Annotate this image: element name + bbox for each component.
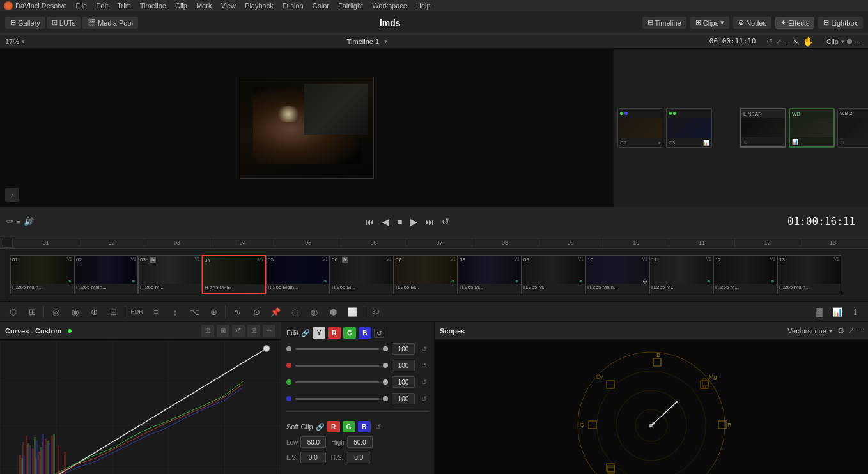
blue-reset-button[interactable]: ↺: [419, 394, 429, 404]
scope-type-selector[interactable]: Vectorscope ▾: [787, 327, 832, 335]
menu-item-help[interactable]: Help: [416, 2, 431, 10]
hdr-tool-icon[interactable]: HDR: [129, 304, 144, 319]
low-value[interactable]: 50.0: [300, 436, 326, 448]
brush-tool-icon[interactable]: ⬢: [325, 304, 341, 319]
select-tool-icon[interactable]: ⊙: [249, 304, 264, 319]
node-wb[interactable]: WB 📊: [789, 108, 835, 148]
clip-08[interactable]: 08 V1 H.265 M... ⚭: [458, 255, 522, 294]
node-wb2[interactable]: WB 2 ⊙: [837, 108, 868, 148]
menu-item-davinci[interactable]: DaVinci Resolve: [15, 2, 67, 10]
go-to-start-button[interactable]: ⏮: [366, 217, 375, 227]
menu-item-clip[interactable]: Clip: [175, 2, 187, 10]
luts-button[interactable]: ⊡ LUTs: [47, 17, 81, 29]
edit-reset-button[interactable]: ↺: [374, 328, 384, 338]
white-slider-handle[interactable]: [383, 346, 388, 351]
menu-item-timeline[interactable]: Timeline: [140, 2, 166, 10]
refresh-icon[interactable]: ↺: [766, 37, 773, 46]
blue-value-box[interactable]: 100: [392, 393, 415, 404]
scope-settings-icon[interactable]: ⚙: [837, 326, 845, 335]
menu-item-trim[interactable]: Trim: [117, 2, 131, 10]
hs-value[interactable]: 0.0: [346, 452, 371, 463]
menu-item-workspace[interactable]: Workspace: [372, 2, 407, 10]
stop-button[interactable]: ■: [397, 217, 402, 227]
fullscreen-icon[interactable]: ⤢: [775, 37, 782, 46]
clip-04[interactable]: 04 V1 H.265 Main...: [202, 255, 266, 294]
audio-tool-icon[interactable]: ♪: [5, 188, 19, 202]
curves-grid-button[interactable]: ⊞: [217, 325, 229, 337]
channel-b-button[interactable]: B: [359, 327, 371, 339]
curves-resize-button[interactable]: ⊡: [201, 325, 214, 337]
step-back-button[interactable]: ◀: [382, 217, 389, 227]
menu-item-fairlight[interactable]: Fairlight: [338, 2, 363, 10]
clips-button[interactable]: ⊞ Clips ▾: [690, 17, 729, 29]
menu-item-fusion[interactable]: Fusion: [283, 2, 304, 10]
white-value-box[interactable]: 100: [392, 343, 415, 355]
clip-11[interactable]: 11 V1 H.265 M... ⚭: [649, 255, 713, 294]
layers-icon[interactable]: ≡: [16, 217, 21, 226]
fill-tool-icon[interactable]: ◍: [306, 304, 322, 319]
hand-tool-icon[interactable]: ✋: [803, 36, 814, 47]
zoom-dropdown-icon[interactable]: ▾: [22, 38, 25, 45]
clip-01[interactable]: 01 V1 H.265 Main... ⚭: [10, 255, 74, 294]
channel-y-button[interactable]: Y: [313, 327, 325, 339]
grid2-tool-icon[interactable]: ⊟: [105, 304, 121, 319]
curves-refresh-button[interactable]: ↺: [232, 325, 245, 337]
clip-13[interactable]: 13 V1 H.265 Main...: [777, 255, 841, 294]
nodes-button[interactable]: ⊛ Nodes: [733, 17, 771, 29]
warp-tool-icon[interactable]: ⌥: [187, 304, 202, 319]
white-reset-button[interactable]: ↺: [419, 344, 429, 354]
scope-type-dropdown-icon[interactable]: ▾: [829, 328, 832, 334]
clip-dropdown-icon[interactable]: ▾: [841, 38, 844, 45]
mask-tool-icon[interactable]: ◌: [287, 304, 302, 319]
go-to-end-button[interactable]: ⏭: [425, 217, 434, 227]
pointer-tool-icon[interactable]: ↖: [793, 36, 800, 47]
target-tool-icon[interactable]: ⊛: [206, 304, 221, 319]
clip-10[interactable]: 10 V1 H.265 Main... ⚙: [585, 255, 649, 294]
pin-tool-icon[interactable]: 📌: [268, 304, 283, 319]
channel-r-button[interactable]: R: [328, 327, 341, 339]
chart-tool-icon[interactable]: 📊: [830, 304, 845, 319]
timeline-button[interactable]: ⊟ Timeline: [642, 17, 686, 29]
clip-05[interactable]: 05 V1 H.265 Main... ⚭: [266, 255, 330, 294]
curves-more-button[interactable]: ···: [263, 325, 275, 337]
scope-resize-icon[interactable]: ⤢: [848, 326, 855, 335]
bars-tool-icon[interactable]: ≡: [148, 304, 164, 319]
curve-tool-icon[interactable]: ∿: [229, 304, 245, 319]
ls-value[interactable]: 0.0: [300, 452, 326, 463]
menu-item-edit[interactable]: Edit: [96, 2, 108, 10]
timeline-dropdown-icon[interactable]: ▾: [384, 38, 387, 45]
menu-item-view[interactable]: View: [221, 2, 236, 10]
menu-item-mark[interactable]: Mark: [196, 2, 212, 10]
square-mask-icon[interactable]: ⬜: [345, 304, 360, 319]
green-value-box[interactable]: 100: [392, 376, 415, 388]
soft-clip-link-icon[interactable]: 🔗: [316, 423, 325, 431]
zoom-control[interactable]: 17% ▾: [0, 38, 30, 45]
gallery-button[interactable]: ⊞ Gallery: [5, 17, 45, 29]
soft-clip-b-button[interactable]: B: [358, 421, 371, 432]
green-slider-track[interactable]: [295, 381, 388, 383]
red-value-box[interactable]: 100: [392, 360, 415, 371]
curves-canvas[interactable]: [0, 340, 281, 474]
menu-item-color[interactable]: Color: [313, 2, 329, 10]
media-pool-button[interactable]: 🎬 Media Pool: [82, 17, 138, 29]
clip-12[interactable]: 12 V1 H.265 M... ⚭: [713, 255, 777, 294]
soft-clip-r-button[interactable]: R: [327, 421, 340, 432]
circle-tool-icon[interactable]: ◎: [48, 304, 63, 319]
grid-tool-icon[interactable]: ⊞: [24, 304, 40, 319]
cube-tool-icon[interactable]: ⬡: [5, 304, 20, 319]
clip-09[interactable]: 09 V1 H.265 M... ⚭: [522, 255, 585, 294]
info-tool-icon[interactable]: ℹ: [848, 304, 863, 319]
clip-03[interactable]: 03 V1 H.265 M... fx: [138, 255, 202, 294]
dial-tool-icon[interactable]: ◉: [67, 304, 82, 319]
edit-link-icon[interactable]: 🔗: [301, 329, 310, 337]
play-button[interactable]: ▶: [410, 217, 417, 227]
blue-slider-track[interactable]: [295, 398, 388, 400]
red-slider-track[interactable]: [295, 365, 388, 367]
adjust-tool-icon[interactable]: ⊕: [86, 304, 102, 319]
blue-slider-handle[interactable]: [383, 396, 388, 401]
clip-more-icon[interactable]: ···: [855, 38, 860, 45]
node-c2[interactable]: C2 ●: [617, 108, 663, 148]
white-slider-track[interactable]: [295, 348, 388, 350]
green-reset-button[interactable]: ↺: [419, 377, 429, 387]
pencil-icon[interactable]: ✏: [6, 217, 13, 226]
